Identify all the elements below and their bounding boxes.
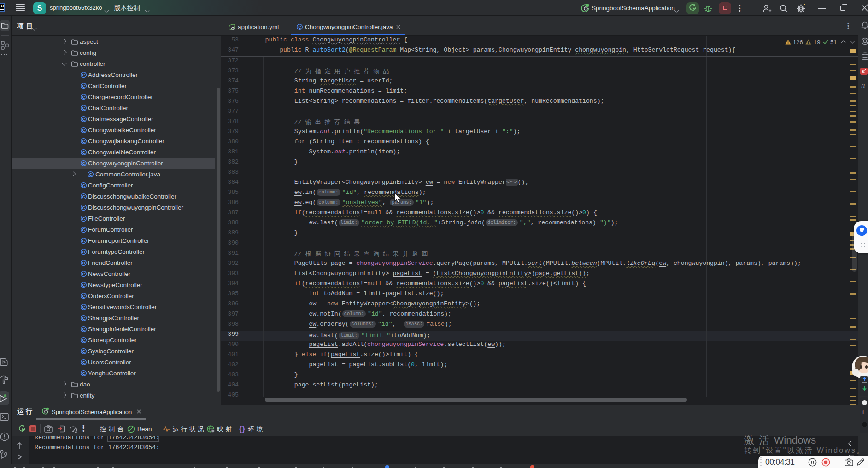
svg-text:C: C: [82, 360, 85, 365]
svg-text:C: C: [82, 371, 85, 376]
svg-text:C: C: [82, 294, 85, 298]
svg-text:C: C: [82, 117, 85, 122]
svg-text:C: C: [82, 261, 85, 265]
svg-text:C: C: [82, 128, 85, 133]
svg-text:C: C: [82, 305, 85, 310]
svg-text:C: C: [82, 150, 85, 155]
svg-text:C: C: [82, 95, 85, 99]
svg-text:C: C: [89, 172, 92, 177]
svg-text:C: C: [82, 250, 85, 254]
svg-text:C: C: [82, 239, 85, 243]
svg-text:C: C: [82, 205, 85, 210]
svg-text:C: C: [82, 338, 85, 343]
svg-text:C: C: [82, 106, 85, 111]
svg-text:C: C: [82, 316, 85, 321]
svg-text:C: C: [82, 139, 85, 144]
svg-text:C: C: [298, 25, 301, 29]
svg-text:C: C: [82, 349, 85, 354]
svg-text:C: C: [82, 84, 85, 88]
svg-text:C: C: [82, 161, 85, 166]
svg-text:C: C: [82, 283, 85, 287]
svg-text:C: C: [82, 73, 85, 77]
svg-text:C: C: [82, 183, 85, 188]
svg-text:C: C: [82, 272, 85, 276]
svg-text:C: C: [82, 216, 85, 221]
svg-text:C: C: [82, 228, 85, 232]
svg-text:C: C: [82, 327, 85, 332]
svg-text:C: C: [82, 194, 85, 199]
